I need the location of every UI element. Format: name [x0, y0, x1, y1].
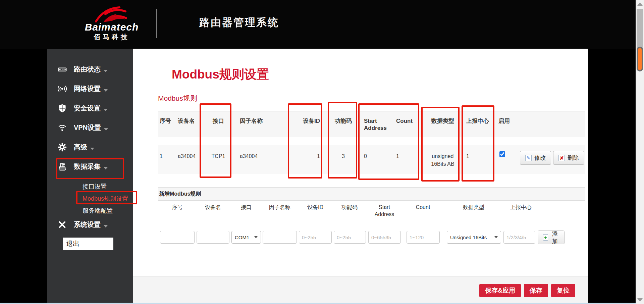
- col-header-device-name: 设备名: [173, 111, 202, 137]
- app-title: 路由器管理系统: [199, 15, 279, 30]
- cell-device-id: 1: [294, 145, 327, 174]
- index-field-wrap: [160, 231, 195, 244]
- cell-device-name: a34004: [173, 145, 202, 174]
- start-address-field-wrap: [368, 231, 401, 244]
- factor-name-field[interactable]: [263, 231, 297, 244]
- modify-button[interactable]: ✎ 修改: [520, 151, 551, 165]
- logout-button[interactable]: 退出: [63, 238, 113, 250]
- sidebar-item-data-collection[interactable]: 数据采集: [47, 158, 133, 174]
- col-header-index: 序号: [158, 111, 173, 137]
- baimatech-horse-logo-icon: [90, 3, 134, 23]
- form-label-report-center: 上报中心: [506, 204, 536, 211]
- brand-name-chinese: 佰马科技: [82, 33, 142, 42]
- data-collect-icon: [58, 162, 67, 171]
- function-code-field-wrap: [334, 231, 366, 244]
- tools-icon: [58, 220, 67, 229]
- sidebar-item-label: 安全设置: [74, 104, 108, 113]
- save-and-apply-button[interactable]: 保存&应用: [479, 284, 521, 297]
- sidebar-item-label: 高级: [74, 143, 94, 152]
- sidebar-item-advanced[interactable]: 高级: [47, 139, 133, 155]
- start-address-field[interactable]: [368, 231, 401, 244]
- sidebar-item-security-settings[interactable]: 安全设置: [47, 100, 133, 116]
- delete-button[interactable]: ✘ 删除: [553, 151, 584, 165]
- factor-name-field-wrap: [263, 231, 297, 244]
- form-label-device-name: 设备名: [198, 204, 228, 211]
- report-center-field-wrap: [503, 231, 535, 244]
- sidebar-item-label: VPN设置: [74, 123, 108, 132]
- form-label-start-address: Start Address: [371, 204, 398, 218]
- col-header-enable: 启用: [497, 111, 518, 137]
- sidebar-item-router-status[interactable]: 路由状态: [47, 61, 133, 77]
- add-button[interactable]: + 添加: [538, 231, 565, 244]
- col-header-factor-name: 因子名称: [235, 111, 294, 137]
- vertical-scrollbar[interactable]: [636, 0, 644, 304]
- chevron-down-icon: [104, 89, 108, 92]
- col-header-device-id: 设备ID: [294, 111, 327, 137]
- cell-report-center: 1: [462, 145, 497, 174]
- sidebar-item-label: 数据采集: [74, 162, 108, 171]
- cell-start-address: 0: [359, 145, 394, 174]
- chevron-down-icon: [90, 148, 94, 150]
- table-row: 1 a34004 TCP1 a34004 1 3 0 1 unsigned 16…: [158, 145, 585, 174]
- header-divider: [156, 9, 157, 38]
- col-header-start-address: Start Address: [359, 111, 394, 137]
- count-field-wrap: [407, 231, 440, 244]
- scroll-up-arrow-icon[interactable]: [637, 2, 643, 6]
- brand-name: Baimatech: [82, 21, 142, 33]
- device-id-field[interactable]: [299, 231, 332, 244]
- form-label-factor-name: 因子名称: [265, 204, 295, 211]
- save-button[interactable]: 保存: [524, 284, 548, 297]
- function-code-field[interactable]: [334, 231, 366, 244]
- network-icon: [58, 84, 67, 93]
- sidebar-item-label: 系统设置: [74, 220, 108, 229]
- add-plus-icon: +: [543, 234, 548, 241]
- sidebar-item-label: 网络设置: [74, 84, 108, 93]
- main-content: Modbus规则设置 Modbus规则 序号 设备名 接口 因子名称 设备ID …: [133, 49, 588, 304]
- form-label-index: 序号: [162, 204, 193, 211]
- col-header-report-center: 上报中心: [462, 111, 497, 137]
- cell-function-code: 3: [327, 145, 359, 174]
- cell-interface: TCP1: [202, 145, 235, 174]
- reset-button[interactable]: 复位: [551, 284, 575, 297]
- cell-count: 1: [394, 145, 424, 174]
- data-type-select[interactable]: Unsigned 16Bits: [447, 231, 501, 244]
- form-label-device-id: 设备ID: [300, 204, 330, 211]
- interface-select-value: COM1: [235, 235, 249, 240]
- table-header-row: 序号 设备名 接口 因子名称 设备ID 功能码 Start Address Co…: [158, 111, 585, 137]
- col-header-actions: [518, 111, 585, 137]
- report-center-field[interactable]: [503, 231, 535, 244]
- add-button-label: 添加: [551, 230, 559, 245]
- scroll-down-arrow-icon[interactable]: [637, 298, 643, 302]
- sidebar-item-network-settings[interactable]: 网络设置: [47, 81, 133, 97]
- sidebar-subitem-server-config[interactable]: 服务端配置: [47, 205, 133, 216]
- col-header-interface: 接口: [202, 111, 235, 137]
- sidebar-item-vpn-settings[interactable]: VPN设置: [47, 119, 133, 136]
- sidebar-subitem-modbus-rule-settings[interactable]: Modbus规则设置: [47, 193, 133, 204]
- chevron-down-icon: [104, 167, 108, 169]
- interface-select[interactable]: COM1: [231, 231, 261, 244]
- add-rule-section-header: 新增Modbus规则: [158, 187, 585, 201]
- data-type-select-value: Unsigned 16Bits: [450, 235, 487, 240]
- chevron-down-icon: [104, 128, 108, 131]
- count-field[interactable]: [407, 231, 440, 244]
- modbus-rules-section-title: Modbus规则: [158, 94, 197, 103]
- form-label-count: Count: [408, 204, 438, 211]
- chevron-down-icon: [104, 109, 108, 111]
- device-name-field-wrap: [197, 231, 229, 244]
- sidebar-subitem-interface-settings[interactable]: 接口设置: [47, 181, 133, 192]
- modify-button-label: 修改: [534, 154, 546, 162]
- col-header-count: Count: [394, 111, 424, 137]
- edit-pencil-icon: ✎: [525, 155, 532, 161]
- scrollbar-thumb[interactable]: [637, 9, 643, 49]
- index-field[interactable]: [160, 231, 195, 244]
- chevron-down-icon: [494, 236, 498, 238]
- vpn-icon: [58, 123, 67, 132]
- cell-index: 1: [158, 145, 173, 174]
- modbus-rules-table: 序号 设备名 接口 因子名称 设备ID 功能码 Start Address Co…: [158, 111, 585, 174]
- device-name-field[interactable]: [197, 231, 229, 244]
- enable-checkbox[interactable]: [499, 151, 505, 157]
- sidebar-item-system-settings[interactable]: 系统设置: [47, 216, 133, 233]
- cell-enable: [497, 145, 518, 174]
- chevron-down-icon: [104, 70, 108, 72]
- delete-button-label: 删除: [568, 154, 579, 162]
